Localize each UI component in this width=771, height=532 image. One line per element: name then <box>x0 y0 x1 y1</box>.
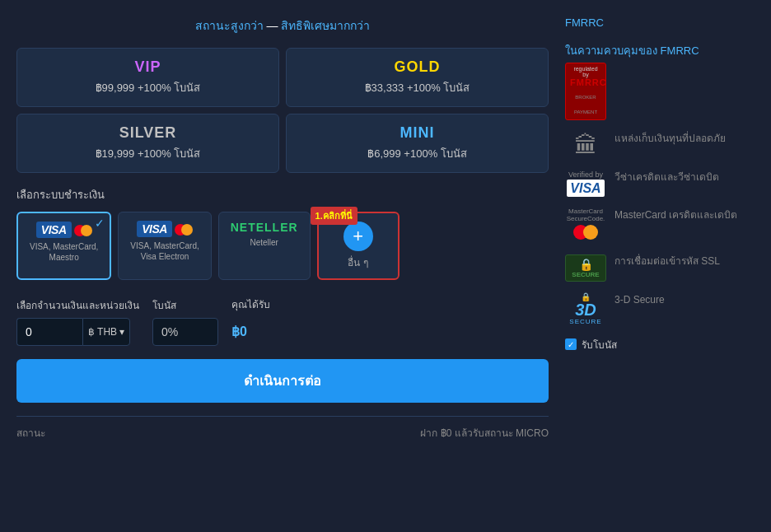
plus-icon: + <box>343 222 373 251</box>
amount-input-group: เลือกจำนวนเงินและหน่วยเงิน ฿ THB ▾ <box>16 297 139 346</box>
security-item-mastercard: MasterCardSecureCode. MasterCard เครดิตแ… <box>565 208 755 243</box>
status-value: ฝาก ฿0 แล้วรับสถานะ MICRO <box>420 425 549 441</box>
fmrrc-full-link[interactable]: ในความควบคุมของ FMRRC <box>565 44 699 57</box>
tier-card-vip[interactable]: VIP ฿99,999 +100% โบนัส <box>16 48 279 107</box>
verified-visa-icon: Verified by VISA <box>565 170 606 197</box>
currency-label: ฿ THB <box>88 326 117 338</box>
tier-name-gold: GOLD <box>297 58 538 76</box>
mastercard-logo-2 <box>175 224 193 236</box>
receive-value: ฿0 <box>231 317 297 346</box>
payment-section-label: เลือกระบบชำระเงิน <box>16 186 549 203</box>
fmrrc-link[interactable]: FMRRC <box>565 16 604 29</box>
visa-logo-2: VISA <box>137 221 172 237</box>
bank-icon: 🏛 <box>565 132 606 159</box>
payment-label-1: VISA, MasterCard,Maestro <box>30 241 98 263</box>
3dsecure-icon: 🔒 3D SECURE <box>565 293 606 325</box>
benefits-text: สิทธิพิเศษมากกว่า <box>281 19 370 32</box>
amount-section: เลือกจำนวนเงินและหน่วยเงิน ฿ THB ▾ โบนัส… <box>16 296 549 346</box>
bonus-label: โบนัส <box>152 297 218 313</box>
tier-card-silver[interactable]: SILVER ฿19,999 +100% โบนัส <box>16 114 279 173</box>
header-title: สถานะสูงกว่า — สิทธิพิเศษมากกว่า <box>16 16 549 35</box>
payment-card-visa-mc-2[interactable]: VISA VISA, MasterCard,Visa Electron <box>118 212 211 280</box>
ssl-text: การเชื่อมต่อเข้ารหัส SSL <box>614 254 755 268</box>
currency-select[interactable]: ฿ THB ▾ <box>82 318 130 346</box>
chevron-down-icon: ▾ <box>119 326 124 338</box>
amount-label: เลือกจำนวนเงินและหน่วยเงิน <box>16 297 139 313</box>
amount-input-wrapper: ฿ THB ▾ <box>16 318 139 346</box>
checkmark-icon: ✓ <box>95 217 105 230</box>
tier-card-mini[interactable]: MINI ฿6,999 +100% โบนัส <box>286 114 549 173</box>
visa-text: วีซ่าเครดิตและวีซ่าเดบิต <box>614 170 755 184</box>
security-item-fmrrc: regulated by FMRRC BROKER PAYMENT <box>565 63 755 120</box>
tier-name-vip: VIP <box>27 58 269 76</box>
right-panel: FMRRC ในความควบคุมของ FMRRC regulated by… <box>565 16 755 516</box>
visa-logo-1: VISA <box>36 222 72 238</box>
right-section-title: FMRRC <box>565 16 755 29</box>
tier-amount-mini: ฿6,999 +100% โบนัส <box>297 145 538 162</box>
ssl-icon: 🔒 SECURE <box>565 254 606 282</box>
mastercard-logo-1 <box>74 225 92 236</box>
payment-card-neteller[interactable]: NETELLER Neteller <box>218 212 311 280</box>
mastercard-secure-icon: MasterCardSecureCode. <box>565 208 606 243</box>
tier-grid: VIP ฿99,999 +100% โบนัส GOLD ฿33,333 +10… <box>16 48 549 173</box>
payment-methods: ✓ VISA VISA, MasterCard,Maestro VISA <box>16 212 549 280</box>
bonus-group: โบนัส 0% <box>152 297 218 346</box>
tier-amount-gold: ฿33,333 +100% โบนัส <box>297 79 538 96</box>
tier-amount-vip: ฿99,999 +100% โบนัส <box>27 79 269 96</box>
payment-card-visa-mc-1[interactable]: ✓ VISA VISA, MasterCard,Maestro <box>16 212 111 280</box>
fmrrc-icon: regulated by FMRRC BROKER PAYMENT <box>565 63 606 120</box>
payment-label-2: VISA, MasterCard,Visa Electron <box>130 240 199 262</box>
payment-label-neteller: Neteller <box>231 237 298 248</box>
security-item-bank: 🏛 แหล่งเก็บเงินทุนที่ปลอดภัย <box>565 132 755 159</box>
bonus-checkbox-row: ✓ รับโบนัส <box>565 337 755 352</box>
security-item-ssl: 🔒 SECURE การเชื่อมต่อเข้ารหัส SSL <box>565 254 755 282</box>
status-higher-text: สถานะสูงกว่า <box>195 19 264 32</box>
click-here-label: 1.คลิกที่นี่ <box>311 207 357 225</box>
mastercard-text: MasterCard เครดิตและเดบิต <box>614 208 755 222</box>
amount-input[interactable] <box>16 318 82 346</box>
bank-text: แหล่งเก็บเงินทุนที่ปลอดภัย <box>614 132 755 146</box>
3dsecure-text: 3-D Secure <box>614 293 755 307</box>
payment-card-other[interactable]: 1.คลิกที่นี่ + อื่น ๆ <box>317 212 400 280</box>
right-header-full: ในความควบคุมของ FMRRC <box>565 42 755 59</box>
receive-group: คุณได้รับ ฿0 <box>231 296 297 346</box>
security-item-3dsecure: 🔒 3D SECURE 3-D Secure <box>565 293 755 325</box>
security-item-visa: Verified by VISA วีซ่าเครดิตและวีซ่าเดบิ… <box>565 170 755 197</box>
tier-name-mini: MINI <box>297 124 538 142</box>
proceed-button[interactable]: ดำเนินการต่อ <box>16 359 549 403</box>
tier-card-gold[interactable]: GOLD ฿33,333 +100% โบนัส <box>286 48 549 107</box>
payment-label-other: อื่น ๆ <box>348 254 367 270</box>
tier-amount-silver: ฿19,999 +100% โบนัส <box>27 145 269 162</box>
status-row: สถานะ ฝาก ฿0 แล้วรับสถานะ MICRO <box>16 416 549 441</box>
status-label: สถานะ <box>16 425 45 441</box>
visa-mc-combo-1: VISA <box>30 222 98 238</box>
receive-label: คุณได้รับ <box>231 296 297 312</box>
bonus-value: 0% <box>152 318 218 346</box>
tier-name-silver: SILVER <box>27 124 269 142</box>
separator: — <box>267 19 282 32</box>
bonus-row-label: รับโบนัส <box>582 337 617 352</box>
neteller-logo: NETELLER <box>231 221 298 234</box>
visa-mc-combo-2: VISA <box>130 221 199 237</box>
bonus-checkbox[interactable]: ✓ <box>565 338 577 350</box>
